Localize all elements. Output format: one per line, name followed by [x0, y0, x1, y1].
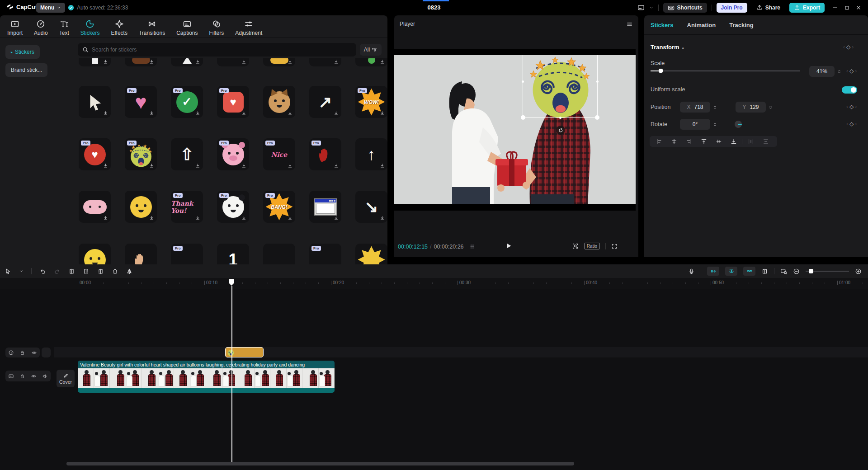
media-tab-text[interactable]: Text	[59, 19, 69, 36]
zoom-slider-thumb[interactable]	[809, 269, 813, 273]
transform-section-header[interactable]: Transform ▲	[651, 44, 685, 51]
resize-handle-bottom[interactable]	[559, 117, 561, 119]
partial-sticker-1[interactable]	[79, 58, 111, 66]
inspector-tab-animation[interactable]: Animation	[687, 22, 716, 34]
partial-sticker-2[interactable]	[125, 58, 157, 66]
scale-stepper[interactable]	[836, 66, 843, 77]
lock-track-button[interactable]	[19, 350, 25, 356]
dark-pro-sticker[interactable]: Pro	[309, 244, 341, 264]
partial-sticker-4[interactable]	[217, 58, 249, 66]
download-icon[interactable]	[379, 110, 385, 116]
media-tab-effects[interactable]: Effects	[111, 19, 127, 36]
inspector-tab-stickers[interactable]: Stickers	[651, 22, 674, 34]
like-heart-circle-sticker[interactable]: ♥Pro	[79, 138, 111, 170]
download-icon[interactable]	[379, 163, 385, 169]
join-pro-button[interactable]: Join Pro	[717, 3, 747, 13]
media-tab-transitions[interactable]: Transitions	[139, 19, 165, 36]
media-tab-stickers[interactable]: Stickers	[80, 19, 100, 36]
wow-sticker[interactable]: WOW!Pro	[355, 86, 387, 118]
select-tool-button[interactable]	[5, 268, 11, 275]
sketch-arrow-sticker[interactable]: ↗	[309, 86, 341, 118]
undo-button[interactable]	[39, 268, 46, 275]
sticker-clip[interactable]	[225, 347, 264, 357]
position-keyframe-nav[interactable]: ‹◇›	[846, 103, 857, 110]
split-view-button[interactable]	[761, 268, 768, 275]
download-icon[interactable]	[241, 215, 247, 221]
panda-sticker[interactable]: Pro	[217, 191, 249, 223]
link-preview-toggle[interactable]	[743, 267, 755, 276]
pensive-emoji-sticker[interactable]	[125, 191, 157, 223]
timeline-horizontal-scrollbar[interactable]	[66, 462, 574, 465]
fullscreen-icon[interactable]	[611, 243, 618, 249]
resize-handle-bottom-left[interactable]	[521, 115, 525, 120]
zoom-in-button[interactable]	[855, 268, 862, 275]
solid-arrow-up-sticker[interactable]: ↑	[355, 138, 387, 170]
display-mode-icon[interactable]	[637, 4, 645, 11]
heart-hands-sticker[interactable]	[125, 244, 157, 264]
partial-sticker-5[interactable]	[263, 58, 295, 66]
minimize-button[interactable]	[829, 2, 841, 14]
position-y-stepper[interactable]	[767, 102, 774, 113]
hide-track-button[interactable]	[31, 350, 37, 356]
media-tab-adjustment[interactable]: Adjustment	[235, 19, 262, 36]
search-input[interactable]	[92, 47, 352, 53]
share-button[interactable]: Share	[752, 3, 785, 13]
align-left-button[interactable]	[651, 136, 666, 147]
download-icon[interactable]	[241, 110, 247, 116]
download-icon[interactable]	[333, 59, 339, 65]
record-voiceover-button[interactable]	[688, 268, 695, 275]
rotate-keyframe-nav[interactable]: ‹◇›	[846, 121, 857, 127]
scale-slider-thumb[interactable]	[659, 69, 663, 73]
position-x-stepper[interactable]	[712, 102, 718, 113]
resize-handle-bottom-right[interactable]	[595, 115, 599, 120]
download-icon[interactable]	[103, 110, 108, 116]
partial-sticker-7[interactable]	[355, 58, 387, 66]
rotate-stepper[interactable]	[712, 119, 718, 130]
media-tab-filters[interactable]: Filters	[209, 19, 224, 36]
download-icon[interactable]	[333, 163, 339, 169]
inspector-tab-tracking[interactable]: Tracking	[729, 22, 753, 34]
download-icon[interactable]	[195, 215, 201, 221]
download-icon[interactable]	[103, 215, 108, 221]
sidebar-item-stickers[interactable]: ▸Stickers	[5, 45, 40, 59]
clip-duration-button[interactable]	[8, 350, 14, 356]
download-icon[interactable]	[379, 215, 385, 221]
player-menu-icon[interactable]	[626, 21, 633, 28]
display-mode-caret-icon[interactable]	[649, 5, 654, 10]
retro-window-sticker[interactable]	[309, 191, 341, 223]
outline-arrow-up-sticker[interactable]: ⇧	[171, 138, 203, 170]
position-y-field[interactable]: Y129	[736, 102, 766, 113]
close-button[interactable]	[853, 2, 864, 14]
play-button[interactable]	[504, 242, 512, 250]
cursor-sticker[interactable]	[79, 86, 111, 118]
purple-sticker[interactable]: Pro	[171, 244, 203, 264]
preview-zoom-icon[interactable]	[572, 243, 579, 249]
nice-word-sticker[interactable]: NicePro	[263, 138, 295, 170]
download-icon[interactable]	[103, 163, 108, 169]
playhead-line[interactable]	[231, 286, 232, 462]
shortcuts-button[interactable]: Shortcuts	[663, 3, 707, 13]
video-preview[interactable]	[394, 49, 636, 211]
position-x-field[interactable]: X718	[680, 102, 710, 113]
like-heart-box-sticker[interactable]: ♥Pro	[217, 86, 249, 118]
delete-button[interactable]	[112, 268, 118, 275]
thank-you-sticker[interactable]: Thank You!Pro	[171, 191, 203, 223]
chihuahua-sticker[interactable]	[263, 86, 295, 118]
sticker-selection-box[interactable]	[523, 55, 598, 118]
dizzy-emoji-sticker[interactable]: Pro	[125, 138, 157, 170]
auto-snap-toggle[interactable]	[725, 267, 737, 276]
split-button[interactable]	[68, 268, 75, 275]
resize-handle-right[interactable]	[596, 80, 599, 83]
split-right-button[interactable]	[97, 268, 104, 275]
split-left-button[interactable]	[83, 268, 90, 275]
align-bottom-button[interactable]	[726, 136, 741, 147]
explosion-sticker[interactable]	[355, 244, 387, 264]
resize-handle-left[interactable]	[522, 80, 524, 83]
download-icon[interactable]	[241, 59, 247, 65]
ratio-button[interactable]: Ratio	[584, 243, 600, 249]
scale-keyframe-nav[interactable]: ‹◇›	[846, 68, 857, 74]
partial-sticker-6[interactable]	[309, 58, 341, 66]
zoom-out-button[interactable]	[793, 268, 800, 275]
track-preview-button[interactable]	[8, 373, 14, 379]
chick-sticker[interactable]	[79, 244, 111, 264]
